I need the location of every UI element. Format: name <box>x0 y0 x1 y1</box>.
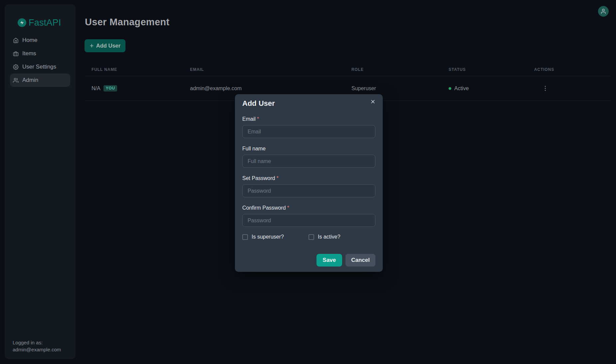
save-button[interactable]: Save <box>316 254 342 267</box>
confirm-password-label: Confirm Password* <box>242 205 375 211</box>
column-header-status: STATUS <box>442 67 527 72</box>
column-header-actions: ACTIONS <box>527 67 611 72</box>
modal-actions: Save Cancel <box>242 254 375 267</box>
plus-icon <box>90 44 94 48</box>
is-superuser-label: Is superuser? <box>252 234 284 240</box>
zap-icon <box>18 18 26 27</box>
checkbox-icon[interactable] <box>308 234 314 240</box>
set-password-label: Set Password* <box>242 175 375 181</box>
you-badge: YOU <box>103 85 117 91</box>
page-title: User Management <box>85 17 169 28</box>
sidebar-item-items[interactable]: Items <box>10 47 70 60</box>
is-superuser-checkbox[interactable]: Is superuser? <box>242 234 308 240</box>
checkbox-row: Is superuser? Is active? <box>242 234 375 240</box>
sidebar-item-label: Home <box>22 37 37 44</box>
email-field[interactable] <box>242 125 375 138</box>
set-password-field[interactable] <box>242 184 375 197</box>
logged-in-label: Logged in as: <box>13 339 61 346</box>
app-screen: FastAPI Home Items User Settings <box>0 0 616 364</box>
add-user-button-label: Add User <box>96 43 120 49</box>
required-asterisk: * <box>277 175 279 181</box>
cell-full-name: N/A YOU <box>85 85 183 91</box>
user-menu-button[interactable] <box>598 6 609 17</box>
sidebar-item-label: User Settings <box>22 64 56 70</box>
home-icon <box>13 38 19 43</box>
logged-in-info: Logged in as: admin@example.com <box>13 339 61 353</box>
cell-role: Superuser <box>345 86 442 91</box>
column-header-email: EMAIL <box>183 67 345 72</box>
status-dot <box>449 87 451 90</box>
close-icon[interactable] <box>368 97 377 106</box>
is-active-label: Is active? <box>318 234 340 240</box>
is-active-checkbox[interactable]: Is active? <box>308 234 375 240</box>
column-header-role: ROLE <box>345 67 442 72</box>
users-icon <box>13 78 19 83</box>
email-label: Email* <box>242 116 375 122</box>
cell-actions <box>527 85 611 92</box>
add-user-modal: Add User Email* Full name Set Password* … <box>235 94 383 272</box>
required-asterisk: * <box>257 116 259 122</box>
full-name-value: N/A <box>92 86 101 91</box>
full-name-label: Full name <box>242 145 375 152</box>
sidebar-item-user-settings[interactable]: User Settings <box>10 60 70 74</box>
status-label: Active <box>454 86 469 91</box>
kebab-menu-icon[interactable] <box>542 85 548 92</box>
sidebar: FastAPI Home Items User Settings <box>5 4 76 359</box>
modal-title: Add User <box>242 99 375 108</box>
gear-icon <box>13 64 19 70</box>
cell-email: admin@example.com <box>183 86 345 91</box>
full-name-field[interactable] <box>242 155 375 168</box>
user-icon <box>600 8 606 14</box>
brand-name: FastAPI <box>29 18 61 28</box>
sidebar-nav: Home Items User Settings Admin <box>5 34 76 87</box>
brand-logo: FastAPI <box>18 18 61 27</box>
cell-status: Active <box>442 86 527 91</box>
briefcase-icon <box>13 51 19 57</box>
sidebar-item-label: Items <box>22 50 36 57</box>
checkbox-icon[interactable] <box>242 234 248 240</box>
required-asterisk: * <box>287 205 289 211</box>
add-user-button[interactable]: Add User <box>85 39 125 52</box>
sidebar-item-label: Admin <box>22 77 38 84</box>
sidebar-item-home[interactable]: Home <box>10 34 70 47</box>
cancel-button[interactable]: Cancel <box>345 254 375 267</box>
column-header-full-name: FULL NAME <box>85 67 183 72</box>
confirm-password-field[interactable] <box>242 214 375 227</box>
logged-in-email: admin@example.com <box>13 346 61 353</box>
sidebar-item-admin[interactable]: Admin <box>10 74 70 87</box>
table-header-row: FULL NAME EMAIL ROLE STATUS ACTIONS <box>85 63 611 76</box>
